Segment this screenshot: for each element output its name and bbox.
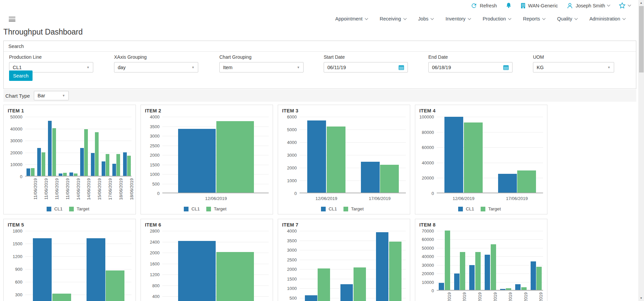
chart-panel: ITEM 8 010000200003000040000500006000070… [415,219,547,301]
x-tick-label: 12/06/2019 [315,196,337,201]
x-tick-label: 17/06/2019 [108,178,113,229]
y-tick-label: 400 [152,294,160,299]
y-tick-label: 0 [157,191,159,196]
bar-target [52,128,56,176]
refresh-button[interactable]: Refresh [471,2,497,9]
bar-target [389,242,401,301]
x-tick-label: 11/06/2019 [44,178,49,229]
nav-reports[interactable]: Reports [523,16,545,21]
star-icon [619,2,626,9]
y-tick-label: 10000 [422,280,434,285]
notifications-button[interactable] [505,2,512,9]
gridline [25,153,131,153]
calendar-icon[interactable] [398,65,404,70]
bar-cl1 [123,152,127,176]
favorites-menu[interactable] [619,2,631,9]
y-tick-label: 1200 [150,272,160,277]
scroll-up-button[interactable]: ▲ [638,0,644,6]
plot-area [300,231,406,301]
bar-cl1 [37,148,41,176]
gridline [437,248,543,248]
bar-target [127,156,131,176]
gridline [162,117,269,117]
nav-inventory[interactable]: Inventory [445,16,471,21]
legend-swatch-cl1 [458,207,463,211]
chart-panel: ITEM 5 0300600900120015001800 CL1Target [3,219,136,301]
legend-swatch-cl1 [184,207,189,211]
scroll-down-button[interactable]: ▼ [638,295,644,301]
y-tick-label: 40000 [422,160,434,165]
field-start-date: Start Date 06/11/19 [324,54,408,72]
y-tick-label: 2000 [150,153,160,158]
site-label: WAN-Generic [528,3,558,8]
x-tick-label: 18/06/2019 [129,178,134,229]
bar-target [52,294,71,301]
charts-grid: ITEM 1 01000020000300004000050000 11/06/… [3,105,547,301]
chevron-down-icon [468,16,471,20]
y-tick-label: 1000 [287,286,297,291]
chart-type-select[interactable]: Bar ▼ [34,91,69,100]
vertical-scrollbar[interactable]: ▲ ▼ [638,0,644,301]
y-tick-label: 3500 [150,124,160,129]
bar-cl1 [87,238,105,301]
bar-cl1 [69,172,73,176]
search-panel: Search Production Line CL1 ▼ XAxis Group… [3,41,636,89]
chevron-down-icon [607,3,610,7]
field-chart-grouping: Chart Grouping Item ▼ [219,54,304,72]
y-tick-label: 2000 [287,165,297,170]
bar-cl1 [531,261,536,290]
nav-appointment[interactable]: Appointment [335,16,367,21]
y-tick-label: 2000 [150,250,160,255]
chart-grouping-select[interactable]: Item ▼ [219,62,304,72]
bar-cl1 [439,283,444,290]
nav-production[interactable]: Production [483,16,511,21]
legend-label: CL1 [192,206,200,211]
bar-cl1 [340,284,353,301]
y-tick-label: 5000 [287,127,297,132]
y-tick-label: 1000 [150,172,160,177]
chart-panel: ITEM 4 020000400006000080000100000 12/06… [415,105,547,214]
y-tick-label: 1500 [13,241,22,246]
bar-cl1 [26,168,30,176]
chart-panel: ITEM 2 05001000150020002500300035004000 … [141,105,273,214]
end-date-input[interactable]: 06/18/19 [428,62,513,72]
start-date-input[interactable]: 06/11/19 [324,62,408,72]
x-tick-label: 14/06/2019 [86,178,91,229]
bar-target [445,231,450,290]
bar-target [327,127,345,193]
bar-target [536,267,542,290]
chart-panel: ITEM 1 01000020000300004000050000 11/06/… [3,105,136,214]
user-menu[interactable]: Joseph Smith [567,2,610,9]
refresh-icon [471,2,477,9]
y-tick-label: 800 [152,283,160,288]
bar-cl1 [307,120,326,193]
search-panel-header: Search [4,41,636,52]
plot-area [437,231,543,291]
chart-title: ITEM 1 [8,108,131,115]
nav-jobs[interactable]: Jobs [418,16,434,21]
nav-receiving[interactable]: Receiving [380,16,406,21]
scrollbar-thumb[interactable] [639,6,644,72]
x-tick-label: 2019 [477,292,482,301]
plot-area [162,117,269,193]
site-selector[interactable]: WAN-Generic [521,3,558,9]
nav-administration[interactable]: Administration [589,16,625,21]
y-axis: 020000400006000080000100000 [419,117,437,193]
chevron-down-icon [431,16,434,20]
hamburger-menu-icon[interactable] [9,17,15,22]
xaxis-grouping-select[interactable]: day ▼ [114,62,198,72]
nav-quality[interactable]: Quality [557,16,577,21]
uom-select[interactable]: KG ▼ [533,62,614,72]
search-button[interactable]: Search [9,70,33,81]
y-tick-label: 0 [294,191,297,196]
bar-target [354,267,366,301]
y-tick-label: 3000 [287,248,297,253]
y-tick-label: 6000 [287,114,297,119]
calendar-icon[interactable] [503,65,509,70]
y-tick-label: 10000 [10,162,22,167]
y-axis: 010000200003000040000500006000070000 [419,231,437,291]
chart-title: ITEM 2 [145,108,269,115]
x-tick-label: 2019 [447,292,452,301]
y-tick-label: 50000 [422,246,434,251]
x-axis-labels: 2019201920192019201920192019 [437,291,544,301]
